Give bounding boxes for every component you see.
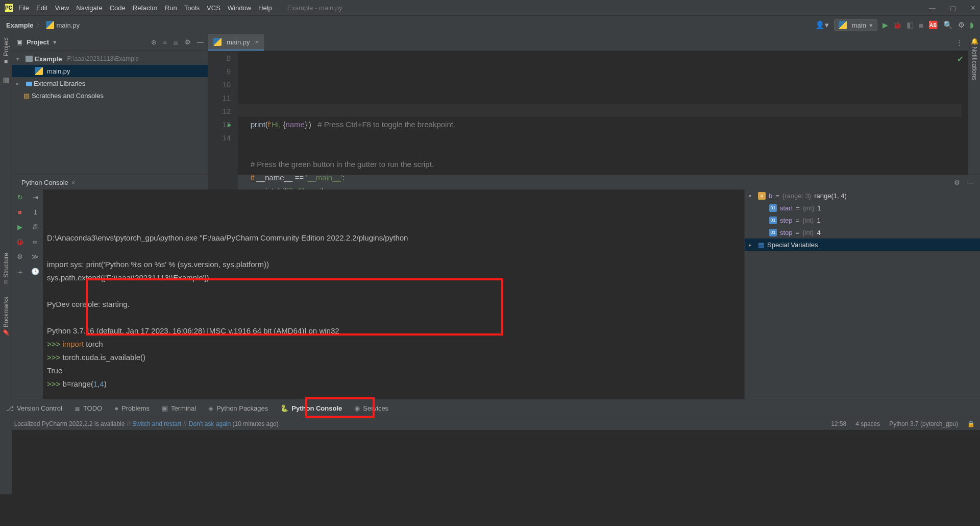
menu-vcs[interactable]: VCS — [207, 4, 220, 12]
rerun-icon[interactable]: ↻ — [17, 194, 23, 201]
stop-button[interactable]: ■ — [919, 21, 923, 30]
search-icon[interactable]: 🔍 — [943, 20, 953, 30]
coverage-button[interactable]: ◧ — [906, 20, 914, 30]
menu-tools[interactable]: Tools — [184, 4, 200, 12]
var-field[interactable]: 01 step = {int} 1 — [745, 214, 980, 226]
code-line[interactable] — [242, 131, 964, 145]
show-vars-icon[interactable]: ∞ — [33, 238, 37, 246]
menu-help[interactable]: Help — [258, 4, 272, 12]
print-icon[interactable]: 🖶 — [32, 223, 39, 231]
code-line[interactable]: # Press the green button in the gutter t… — [242, 158, 964, 171]
code-area[interactable]: 89101112▸1314 ✔ # Use a breakpoint in th… — [208, 51, 968, 199]
hide-panel-icon[interactable]: — — [967, 179, 974, 186]
code-line[interactable]: if __name__ == '__main__': — [242, 171, 964, 184]
menu-edit[interactable]: Edit — [36, 4, 47, 12]
var-type-icon: 01 — [769, 217, 777, 224]
annotation-highlight-box — [305, 397, 375, 418]
menu-navigate[interactable]: Navigate — [76, 4, 102, 12]
status-indent[interactable]: 4 spaces — [855, 420, 880, 427]
collapse-all-icon[interactable]: ≣ — [173, 38, 179, 46]
var-special[interactable]: ▸ ▦ Special Variables — [745, 238, 980, 251]
project-tool-button[interactable]: ■ Project — [3, 37, 10, 65]
debug-icon[interactable]: 🐞 — [16, 238, 24, 246]
chevron-right-icon[interactable]: ▸ — [749, 242, 755, 248]
window-title: Example - main.py — [287, 4, 342, 12]
tree-root-path: F:\aaa\20231113\Example — [67, 55, 139, 62]
var-field[interactable]: 01 start = {int} 1 — [745, 202, 980, 214]
breadcrumb-project[interactable]: Example — [6, 21, 33, 29]
tool-label: Problems — [121, 404, 150, 412]
translate-icon[interactable]: 🆎 — [928, 20, 938, 30]
menu-run[interactable]: Run — [165, 4, 177, 12]
gutter[interactable]: 89101112▸1314 — [208, 51, 238, 199]
chevron-down-icon: ▾ — [869, 21, 873, 29]
menu-refactor[interactable]: Refactor — [133, 4, 158, 12]
minimize-button[interactable]: — — [929, 4, 936, 12]
console-tab-label[interactable]: Python Console — [21, 179, 68, 186]
tool-window-problems[interactable]: ●Problems — [114, 404, 150, 412]
menu-view[interactable]: View — [55, 4, 69, 12]
structure-tool-button[interactable]: ≣ Structure — [3, 253, 10, 284]
var-field[interactable]: 01 stop = {int} 4 — [745, 226, 980, 238]
console-line: True — [47, 364, 740, 377]
stop-icon[interactable]: ■ — [18, 208, 22, 216]
status-interpreter[interactable]: Python 3.7 (pytorch_gpu) — [889, 420, 958, 427]
console-more-icon[interactable]: ≫ — [32, 253, 39, 260]
run-config-selector[interactable]: main ▾ — [834, 19, 877, 31]
console-output[interactable]: D:\Anaconda3\envs\pytorch_gpu\python.exe… — [43, 189, 744, 399]
tree-external-libs[interactable]: ▸ ▮▮▮ External Libraries — [12, 77, 208, 89]
tool-window-python-packages[interactable]: ◈Python Packages — [208, 404, 268, 412]
code-line[interactable]: print(f'Hi, {name}') # Press Ctrl+F8 to … — [242, 118, 964, 131]
editor-tab-main[interactable]: main.py × — [208, 34, 264, 51]
code-line[interactable] — [242, 145, 964, 158]
commit-tool-icon[interactable]: ▦ — [3, 76, 9, 84]
status-link-restart[interactable]: Switch and restart — [132, 420, 181, 427]
tree-file-main[interactable]: main.py — [12, 65, 208, 77]
var-name: stop — [780, 229, 793, 236]
tool-window-terminal[interactable]: ▣Terminal — [162, 404, 196, 412]
scroll-end-icon[interactable]: ⤓ — [33, 208, 38, 216]
plugin-icon[interactable]: ◗ — [970, 20, 974, 30]
breadcrumb-file[interactable]: main.py — [56, 21, 80, 29]
close-button[interactable]: ✕ — [970, 4, 976, 12]
bookmarks-tool-button[interactable]: 🔖 Bookmarks — [3, 297, 10, 337]
locate-icon[interactable]: ⊕ — [151, 38, 157, 46]
maximize-button[interactable]: ▢ — [950, 4, 956, 12]
history-icon[interactable]: 🕓 — [31, 268, 39, 275]
inspection-ok-icon[interactable]: ✔ — [957, 53, 964, 66]
tool-label: TODO — [83, 404, 102, 412]
chevron-down-icon[interactable]: ▾ — [16, 56, 23, 62]
tree-root[interactable]: ▾ Example F:\aaa\20231113\Example — [12, 53, 208, 65]
menu-file[interactable]: File — [18, 4, 29, 12]
settings-icon[interactable]: ⚙ — [958, 20, 965, 30]
hide-panel-icon[interactable]: — — [197, 38, 204, 46]
status-lock-icon[interactable]: 🔒 — [967, 420, 975, 427]
tool-icon: 🐍 — [280, 404, 288, 412]
soft-wrap-icon[interactable]: ⇥ — [33, 194, 38, 201]
menu-window[interactable]: Window — [228, 4, 251, 12]
new-console-icon[interactable]: ＋ — [17, 268, 23, 277]
chevron-down-icon[interactable]: ▾ — [53, 38, 57, 46]
add-user-icon[interactable]: 👤▾ — [815, 20, 829, 30]
close-tab-icon[interactable]: × — [71, 179, 76, 186]
console-container: Python Console × ⚙ — ↻ ■ ▶ 🐞 ⚙ ＋ ⇥ ⤓ 🖶 ∞… — [0, 175, 980, 399]
console-settings-icon[interactable]: ⚙ — [17, 253, 23, 260]
tree-scratches[interactable]: ▧ Scratches and Consoles — [12, 89, 208, 102]
run-button[interactable]: ▶ — [883, 21, 888, 29]
menu-code[interactable]: Code — [110, 4, 126, 12]
console-line: >>> b=range(1,4) — [47, 377, 740, 391]
editor-more-icon[interactable]: ⋮ — [951, 39, 968, 46]
run-icon[interactable]: ▶ — [17, 223, 22, 231]
current-line-highlight — [238, 104, 962, 117]
expand-all-icon[interactable]: ≡ — [163, 38, 167, 46]
code-lines[interactable]: ✔ # Use a breakpoint in the code line be… — [238, 51, 968, 199]
tool-window-todo[interactable]: ≣TODO — [75, 404, 102, 412]
notifications-tool-button[interactable]: 🔔 Notifications — [971, 37, 978, 80]
panel-settings-icon[interactable]: ⚙ — [185, 38, 191, 46]
status-link-dismiss[interactable]: Don't ask again — [189, 420, 231, 427]
tool-window-version-control[interactable]: ⎇Version Control — [6, 404, 62, 412]
close-tab-icon[interactable]: × — [255, 38, 259, 46]
chevron-right-icon[interactable]: ▸ — [16, 81, 23, 86]
python-icon — [839, 21, 847, 29]
debug-button[interactable]: 🐞 — [893, 21, 901, 29]
